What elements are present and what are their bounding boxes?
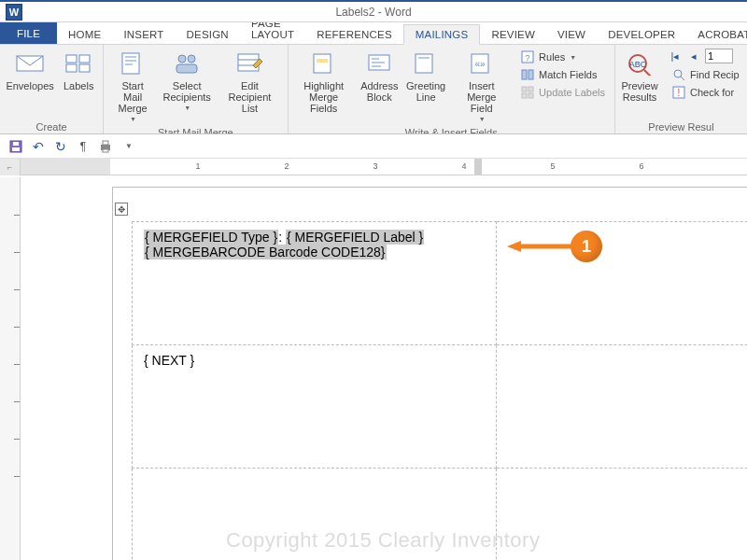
select-recipients-button[interactable]: Select Recipients ▼ [160,47,214,114]
update-labels-label: Update Labels [539,87,605,98]
select-recipients-icon [172,49,202,78]
update-labels-button[interactable]: Update Labels [516,84,609,101]
tab-review[interactable]: REVIEW [480,24,546,44]
chevron-down-icon: ▼ [184,105,190,112]
window-title: Labels2 - Word [335,6,411,19]
group-write-insert-fields-label: Write & Insert Fields [292,125,612,134]
page-content[interactable]: ✥ { MERGEFIELD Type }: { MERGEFIELD Labe… [113,188,747,560]
insert-merge-field-label: Insert Merge Field [455,80,508,114]
start-mail-merge-label: Start Mail Merge [112,80,153,114]
preview-results-label: Preview Results [621,80,657,103]
ruler-number: 2 [284,161,289,171]
greeting-line-label: Greeting Line [406,80,445,103]
quick-print-button[interactable] [97,138,114,155]
vertical-ruler[interactable] [0,177,21,560]
watermark: Copyright 2015 Clearly Inventory [226,528,540,553]
record-number-input[interactable] [705,49,733,63]
check-errors-button[interactable]: ! Check for [668,84,743,101]
svg-rect-17 [317,59,328,63]
tab-insert[interactable]: INSERT [112,24,175,44]
svg-rect-8 [125,63,133,65]
quick-access-toolbar: ↶ ↻ ¶ ▼ [0,134,747,159]
start-mail-merge-button[interactable]: Start Mail Merge ▼ [107,47,158,125]
merge-field-label: { MERGEFIELD Label } [286,230,424,245]
greeting-line-icon [411,49,441,78]
match-fields-label: Match Fields [539,69,597,80]
ruler-number: 5 [550,161,555,171]
svg-rect-11 [176,64,197,73]
page-viewport[interactable]: ✥ { MERGEFIELD Type }: { MERGEFIELD Labe… [21,177,747,560]
edit-recipient-list-button[interactable]: Edit Recipient List [216,47,283,116]
svg-rect-4 [79,64,90,72]
tab-design[interactable]: DESIGN [176,24,240,44]
redo-button[interactable]: ↻ [52,138,69,155]
undo-button[interactable]: ↶ [30,138,47,155]
save-button[interactable] [7,138,24,155]
update-labels-icon [520,85,535,100]
ruler-number: 4 [461,161,466,171]
svg-rect-1 [66,55,77,63]
preview-results-button[interactable]: ABC Preview Results [619,47,660,105]
ruler-corner: ⌐ [0,159,21,175]
edit-recipient-list-label: Edit Recipient List [220,80,278,114]
annotation-callout: 1 [507,231,602,262]
highlight-merge-fields-button[interactable]: Highlight Merge Fields [292,47,356,116]
svg-rect-29 [529,70,533,79]
group-create: Envelopes Labels Create [0,45,104,133]
first-record-button[interactable]: |◂ [668,49,683,63]
label-cell[interactable] [496,345,747,469]
tab-file[interactable]: FILE [0,22,57,44]
ruler-number: 6 [639,161,643,171]
svg-line-36 [644,70,651,76]
merge-barcode-field: { MERGEBARCODE Barcode CODE128} [144,245,387,259]
address-block-icon [364,49,394,78]
show-codes-button[interactable]: ¶ [75,138,92,155]
svg-rect-20 [372,62,385,63]
svg-rect-46 [103,149,108,152]
rules-button[interactable]: ? Rules ▼ [516,49,609,65]
labels-button[interactable]: Labels [58,47,99,93]
prev-record-button[interactable]: ◂ [686,49,701,63]
match-fields-icon [520,67,535,82]
record-navigator: |◂ ◂ [668,49,743,63]
table-row: { MERGEFIELD Type }: { MERGEFIELD Label … [133,222,748,345]
ruler-scale: 1 2 3 4 5 6 [21,159,747,175]
title-bar: W Labels2 - Word [0,2,747,22]
svg-rect-2 [79,55,90,63]
label-cell[interactable]: { NEXT } [133,345,497,469]
tab-view[interactable]: VIEW [546,24,597,44]
envelopes-button[interactable]: Envelopes [4,47,56,93]
find-recipient-button[interactable]: Find Recip [668,66,743,83]
edit-recipient-list-icon [234,49,264,78]
start-mail-merge-icon [118,49,148,78]
rules-icon: ? [520,49,535,64]
insert-merge-field-button[interactable]: «» Insert Merge Field ▼ [450,47,513,125]
label-cell[interactable]: { MERGEFIELD Type }: { MERGEFIELD Label … [133,222,497,345]
ribbon-tabs: FILE HOME INSERT DESIGN PAGE LAYOUT REFE… [0,22,747,45]
greeting-line-button[interactable]: Greeting Line [403,47,449,105]
ribbon: Envelopes Labels Create Start Mail Merge… [0,45,747,134]
tab-developer[interactable]: DEVELOPER [597,24,686,44]
address-block-button[interactable]: Address Block [358,47,402,105]
envelopes-label: Envelopes [6,80,53,91]
svg-point-10 [188,55,195,63]
group-create-label: Create [4,119,99,133]
qat-customize-button[interactable]: ▼ [120,138,137,155]
svg-line-38 [681,77,684,80]
tab-mailings[interactable]: MAILINGS [403,24,481,45]
horizontal-ruler[interactable]: ⌐ 1 2 3 4 5 6 [0,159,747,175]
group-start-mail-merge: Start Mail Merge ▼ Select Recipients ▼ E… [104,45,288,133]
svg-rect-43 [13,142,19,146]
document-area: ✥ { MERGEFIELD Type }: { MERGEFIELD Labe… [0,177,747,560]
table-move-handle[interactable]: ✥ [115,203,128,216]
labels-icon [63,49,93,78]
tab-acrobat[interactable]: ACROBAT [686,24,747,44]
match-fields-button[interactable]: Match Fields [516,66,609,83]
tab-references[interactable]: REFERENCES [305,24,403,44]
svg-rect-19 [372,58,379,60]
svg-rect-23 [418,57,430,59]
tab-home[interactable]: HOME [57,24,112,44]
chevron-down-icon: ▼ [570,54,576,61]
svg-rect-33 [529,93,533,98]
svg-rect-28 [522,70,527,79]
